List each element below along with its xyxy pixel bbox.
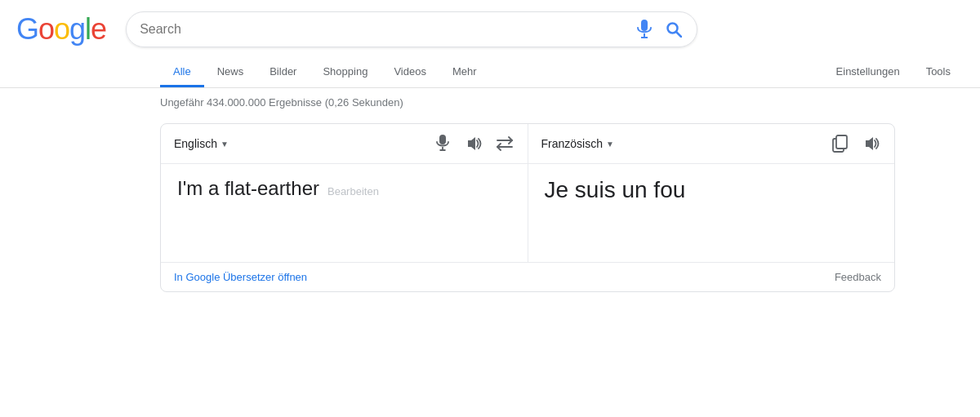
- target-lang-selector[interactable]: Französisch ▼: [541, 137, 614, 150]
- swap-language-icon[interactable]: [495, 134, 514, 153]
- results-info: Ungefähr 434.000.000 Ergebnisse (0,26 Se…: [0, 88, 980, 117]
- search-input[interactable]: translate: [140, 22, 636, 37]
- edit-label[interactable]: Bearbeiten: [327, 185, 379, 197]
- nav-items: Alle News Bilder Shopping Videos Mehr: [160, 55, 490, 87]
- logo-letter-g2: g: [69, 12, 85, 46]
- target-panel: Je suis un fou: [528, 164, 895, 262]
- microphone-icon[interactable]: [636, 20, 653, 39]
- nav-bar: Alle News Bilder Shopping Videos Mehr Ei…: [0, 55, 980, 88]
- source-lang-selector[interactable]: Englisch ▼: [174, 137, 229, 150]
- svg-marker-11: [866, 137, 873, 150]
- target-lang-arrow: ▼: [606, 140, 614, 149]
- nav-item-bilder[interactable]: Bilder: [256, 55, 310, 87]
- logo-letter-g: G: [16, 12, 38, 46]
- feedback-link[interactable]: Feedback: [835, 271, 881, 283]
- copy-icon[interactable]: [831, 134, 850, 153]
- google-logo[interactable]: Google: [16, 12, 106, 47]
- nav-item-tools[interactable]: Tools: [913, 55, 964, 87]
- source-lang-arrow: ▼: [220, 140, 229, 149]
- source-panel: I'm a flat-earther Bearbeiten: [161, 164, 528, 262]
- target-text: Je suis un fou: [545, 177, 879, 203]
- translator-left-top: Englisch ▼: [161, 124, 528, 163]
- nav-item-videos[interactable]: Videos: [381, 55, 439, 87]
- search-bar[interactable]: translate: [126, 11, 697, 47]
- svg-rect-10: [836, 135, 847, 149]
- source-mic-icon[interactable]: [433, 134, 452, 153]
- translator-top-bar: Englisch ▼: [161, 124, 894, 164]
- search-magnifier-icon[interactable]: [664, 20, 684, 39]
- nav-item-mehr[interactable]: Mehr: [439, 55, 490, 87]
- svg-rect-5: [439, 135, 446, 144]
- translator-body: I'm a flat-earther Bearbeiten Je suis un…: [161, 164, 894, 262]
- translator-footer: In Google Übersetzer öffnen Feedback: [161, 262, 894, 291]
- source-speaker-icon[interactable]: [464, 134, 483, 153]
- svg-marker-8: [468, 137, 475, 150]
- open-in-translate-link[interactable]: In Google Übersetzer öffnen: [174, 271, 307, 283]
- target-speaker-icon[interactable]: [862, 134, 881, 153]
- target-lang-icons: [831, 134, 881, 153]
- nav-item-shopping[interactable]: Shopping: [310, 55, 381, 87]
- svg-line-4: [676, 32, 681, 37]
- translator-card: Englisch ▼: [160, 123, 895, 292]
- translator-right-top: Französisch ▼: [528, 124, 895, 163]
- source-lang-bar: Englisch ▼: [174, 134, 514, 153]
- source-lang-icons: [433, 134, 514, 153]
- target-lang-bar: Französisch ▼: [541, 134, 882, 153]
- logo-letter-o1: o: [38, 12, 54, 46]
- nav-item-einstellungen[interactable]: Einstellungen: [823, 55, 913, 87]
- svg-rect-0: [641, 20, 648, 31]
- nav-item-news[interactable]: News: [204, 55, 257, 87]
- header: Google translate: [0, 0, 980, 55]
- nav-right: Einstellungen Tools: [823, 55, 964, 87]
- logo-letter-o2: o: [54, 12, 69, 46]
- source-text: I'm a flat-earther Bearbeiten: [177, 177, 511, 200]
- logo-letter-e: e: [91, 12, 106, 46]
- nav-item-alle[interactable]: Alle: [160, 55, 204, 87]
- search-icons: [636, 20, 684, 39]
